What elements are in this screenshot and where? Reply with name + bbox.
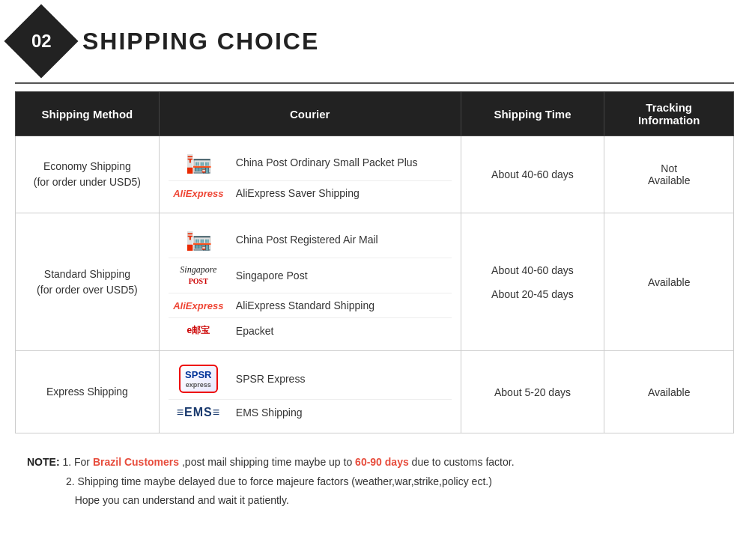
aliexpress-standard-logo: AliExpress — [169, 300, 228, 311]
ems-logo: ≡EMS≡ — [169, 406, 228, 419]
courier-aliexpress-saver: AliExpress AliExpress Saver Shipping — [169, 181, 452, 205]
epacket-logo: e邮宝 — [169, 324, 228, 337]
courier-aliexpress-standard: AliExpress AliExpress Standard Shipping — [169, 293, 452, 318]
table-row-economy: Economy Shipping(for order under USD5) 🏣… — [16, 136, 734, 213]
courier-spsr: SPSR express SPSR Express — [169, 359, 452, 400]
note-brazil: Brazil Customers — [93, 456, 179, 468]
page-title: SHIPPING CHOICE — [82, 28, 319, 55]
note-line1-post: due to customs factor. — [412, 456, 515, 468]
standard-courier-cell: 🏣 China Post Registered Air Mail Singapo… — [159, 213, 461, 351]
note-line-1: NOTE: 1. For Brazil Customers ,post mail… — [27, 453, 722, 472]
china-post-logo: 🏣 — [169, 150, 228, 174]
china-post-registered-name: China Post Registered Air Mail — [236, 234, 378, 246]
courier-epacket: e邮宝 Epacket — [169, 318, 452, 343]
express-courier-cell: SPSR express SPSR Express ≡EMS≡ EMS Ship… — [159, 351, 461, 433]
spsr-name: SPSR Express — [236, 373, 306, 385]
standard-method-cell: Standard Shipping(for order over USD5) — [16, 213, 160, 351]
epacket-name: Epacket — [236, 325, 274, 337]
courier-china-post-registered: 🏣 China Post Registered Air Mail — [169, 221, 452, 258]
china-post-registered-logo: 🏣 — [169, 227, 228, 252]
note-line1-mid: ,post mail shipping time maybe up to — [182, 456, 355, 468]
singapore-post-logo: SingaporePOST — [169, 264, 228, 287]
express-tracking-cell: Available — [604, 351, 734, 433]
note-days: 60-90 days — [355, 456, 409, 468]
singapore-post-name: Singapore Post — [236, 270, 308, 281]
header-divider — [15, 82, 734, 84]
table-row-express: Express Shipping SPSR express SPSR Expre… — [16, 351, 734, 433]
economy-time-cell: About 40-60 days — [461, 136, 604, 213]
economy-method-cell: Economy Shipping(for order under USD5) — [16, 136, 160, 213]
courier-china-post-economy: 🏣 China Post Ordinary Small Packet Plus — [169, 144, 452, 181]
economy-tracking-cell: NotAvailable — [604, 136, 734, 213]
express-method-cell: Express Shipping — [16, 351, 160, 433]
col-header-tracking: TrackingInformation — [604, 92, 734, 136]
col-header-method: Shipping Method — [16, 92, 160, 136]
standard-tracking-cell: Available — [604, 213, 734, 351]
courier-ems: ≡EMS≡ EMS Shipping — [169, 400, 452, 425]
courier-singapore-post: SingaporePOST Singapore Post — [169, 258, 452, 293]
express-time-cell: About 5-20 days — [461, 351, 604, 433]
economy-courier-cell: 🏣 China Post Ordinary Small Packet Plus … — [159, 136, 461, 213]
note-section: NOTE: 1. For Brazil Customers ,post mail… — [15, 445, 734, 517]
col-header-time: Shipping Time — [461, 92, 604, 136]
page-header: 02 SHIPPING CHOICE — [15, 15, 734, 67]
section-number-diamond: 02 — [4, 4, 79, 79]
col-header-courier: Courier — [159, 92, 461, 136]
aliexpress-saver-name: AliExpress Saver Shipping — [236, 187, 360, 199]
shipping-table: Shipping Method Courier Shipping Time Tr… — [15, 91, 734, 433]
china-post-economy-name: China Post Ordinary Small Packet Plus — [236, 156, 418, 168]
table-header-row: Shipping Method Courier Shipping Time Tr… — [16, 92, 734, 136]
aliexpress-saver-logo: AliExpress — [169, 188, 228, 199]
note-line1-pre: 1. For — [62, 456, 92, 468]
standard-time-cell: About 40-60 daysAbout 20-45 days — [461, 213, 604, 351]
aliexpress-standard-name: AliExpress Standard Shipping — [236, 299, 374, 311]
table-row-standard: Standard Shipping(for order over USD5) 🏣… — [16, 213, 734, 351]
note-line-2: 2. Shipping time maybe delayed due to fo… — [27, 472, 722, 510]
section-number: 02 — [31, 31, 52, 52]
note-label: NOTE: — [27, 456, 60, 468]
spsr-logo: SPSR express — [169, 365, 228, 393]
ems-name: EMS Shipping — [236, 407, 303, 419]
